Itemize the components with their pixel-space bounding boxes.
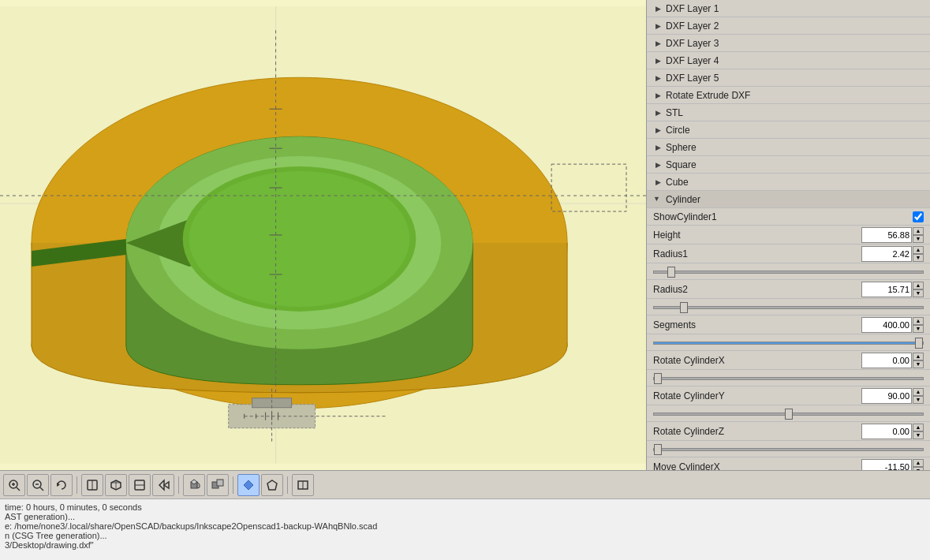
rotate-x-row: Rotate CylinderX ▲ ▼ (647, 351, 930, 370)
arrow-sphere: ▶ (653, 143, 663, 152)
tree-item-dxf2[interactable]: ▶ DXF Layer 2 (647, 17, 930, 35)
radius2-input-container: ▲ ▼ (861, 282, 924, 297)
radius2-input[interactable] (861, 282, 912, 297)
toolbar (0, 470, 930, 498)
rotate-y-slider[interactable] (653, 413, 924, 416)
show-cylinder-checkbox[interactable] (913, 211, 924, 222)
view-ortho-button[interactable] (292, 474, 314, 496)
rotate-y-slider-row (647, 405, 930, 422)
arrow-dxf5: ▶ (653, 73, 663, 83)
height-up[interactable]: ▲ (913, 227, 924, 235)
viewport-3d[interactable] (0, 0, 646, 470)
svg-point-11 (189, 171, 410, 307)
label-square: Square (666, 159, 697, 170)
radius1-down[interactable]: ▼ (913, 254, 924, 262)
rotate-x-slider[interactable] (653, 377, 924, 380)
view-left-button[interactable] (152, 474, 174, 496)
segments-down[interactable]: ▼ (913, 325, 924, 333)
move-x-input-container: ▲ ▼ (861, 459, 924, 471)
tree-item-cube[interactable]: ▶ Cube (647, 174, 930, 191)
label-dxf1: DXF Layer 1 (666, 3, 719, 14)
label-cube: Cube (666, 177, 689, 188)
radius1-slider[interactable] (653, 271, 924, 274)
height-label: Height (653, 230, 861, 241)
segments-slider[interactable] (653, 342, 924, 345)
view-top-button[interactable] (81, 474, 103, 496)
tree-item-dxf5[interactable]: ▶ DXF Layer 5 (647, 69, 930, 87)
height-spinner: ▲ ▼ (913, 227, 924, 243)
cylinder-header[interactable]: ▼ Cylinder (647, 191, 930, 208)
height-input[interactable] (861, 227, 912, 243)
rotate-x-down[interactable]: ▼ (913, 360, 924, 368)
height-row: Height ▲ ▼ (647, 226, 930, 245)
label-dxf5: DXF Layer 5 (666, 73, 719, 84)
zoom-in-button[interactable] (3, 474, 25, 496)
reset-view-button[interactable] (50, 474, 73, 496)
show-cylinder-row: ShowCylinder1 (647, 208, 930, 226)
tree-item-square[interactable]: ▶ Square (647, 156, 930, 174)
sep4 (287, 476, 288, 494)
svg-rect-49 (217, 480, 223, 486)
radius1-up[interactable]: ▲ (913, 246, 924, 254)
segments-up[interactable]: ▲ (913, 317, 924, 325)
rotate-y-input[interactable] (861, 388, 912, 404)
tree-item-sphere[interactable]: ▶ Sphere (647, 139, 930, 156)
tree-item-dxf3[interactable]: ▶ DXF Layer 3 (647, 35, 930, 52)
arrow-cylinder: ▼ (653, 195, 663, 204)
view-cube2-button[interactable] (207, 474, 229, 496)
log-area: time: 0 hours, 0 minutes, 0 seconds AST … (0, 498, 930, 560)
sep2 (178, 476, 179, 494)
radius2-down[interactable]: ▼ (913, 289, 924, 297)
arrow-rotate-extrude: ▶ (653, 91, 663, 100)
tree-item-dxf4[interactable]: ▶ DXF Layer 4 (647, 52, 930, 69)
svg-line-34 (40, 487, 43, 491)
rotate-x-input[interactable] (861, 353, 912, 368)
radius2-slider[interactable] (653, 306, 924, 309)
rotate-z-slider-row (647, 441, 930, 457)
rotate-y-down[interactable]: ▼ (913, 396, 924, 404)
view-bottom-button[interactable] (129, 474, 151, 496)
rotate-z-up[interactable]: ▲ (913, 424, 924, 431)
rotate-y-up[interactable]: ▲ (913, 388, 924, 396)
rotate-z-spinner: ▲ ▼ (913, 424, 924, 439)
view-cube-button[interactable] (183, 474, 205, 496)
segments-input-container: ▲ ▼ (861, 317, 924, 333)
rotate-z-input[interactable] (861, 424, 912, 439)
rotate-z-label: Rotate CylinderZ (653, 426, 861, 437)
radius1-slider-row (647, 263, 930, 280)
move-x-spinner: ▲ ▼ (913, 459, 924, 471)
rotate-x-up[interactable]: ▲ (913, 353, 924, 360)
arrow-stl: ▶ (653, 108, 663, 118)
label-sphere: Sphere (666, 142, 697, 153)
segments-spinner: ▲ ▼ (913, 317, 924, 333)
radius1-row: Radius1 ▲ ▼ (647, 245, 930, 263)
height-down[interactable]: ▼ (913, 235, 924, 243)
right-panel-scroll[interactable]: ▶ DXF Layer 1 ▶ DXF Layer 2 ▶ DXF Layer … (647, 0, 930, 470)
view-3d-button[interactable] (105, 474, 127, 496)
sep3 (233, 476, 233, 494)
label-dxf2: DXF Layer 2 (666, 21, 719, 32)
tree-item-dxf1[interactable]: ▶ DXF Layer 1 (647, 0, 930, 17)
arrow-circle: ▶ (653, 125, 663, 135)
tree-item-stl[interactable]: ▶ STL (647, 104, 930, 121)
move-x-up[interactable]: ▲ (913, 459, 924, 467)
arrow-dxf4: ▶ (653, 56, 663, 65)
tree-item-circle[interactable]: ▶ Circle (647, 121, 930, 139)
view-flat-button[interactable] (237, 474, 260, 496)
rotate-z-down[interactable]: ▼ (913, 431, 924, 439)
label-rotate-extrude: Rotate Extrude DXF (666, 90, 750, 101)
tree-item-rotate-extrude[interactable]: ▶ Rotate Extrude DXF (647, 87, 930, 104)
radius2-row: Radius2 ▲ ▼ (647, 280, 930, 299)
svg-marker-44 (164, 482, 169, 488)
view-persp-button[interactable] (261, 474, 283, 496)
radius2-up[interactable]: ▲ (913, 282, 924, 289)
zoom-out-button[interactable] (27, 474, 49, 496)
log-line-2: AST generation)... (5, 512, 925, 521)
arrow-dxf2: ▶ (653, 21, 663, 31)
move-x-input[interactable] (861, 459, 912, 471)
radius1-input[interactable] (861, 246, 912, 262)
rotate-z-row: Rotate CylinderZ ▲ ▼ (647, 422, 930, 441)
rotate-z-slider[interactable] (653, 448, 924, 451)
segments-input[interactable] (861, 317, 912, 333)
log-line-3: e: /home/none3/.local/share/OpenSCAD/bac… (5, 521, 925, 531)
